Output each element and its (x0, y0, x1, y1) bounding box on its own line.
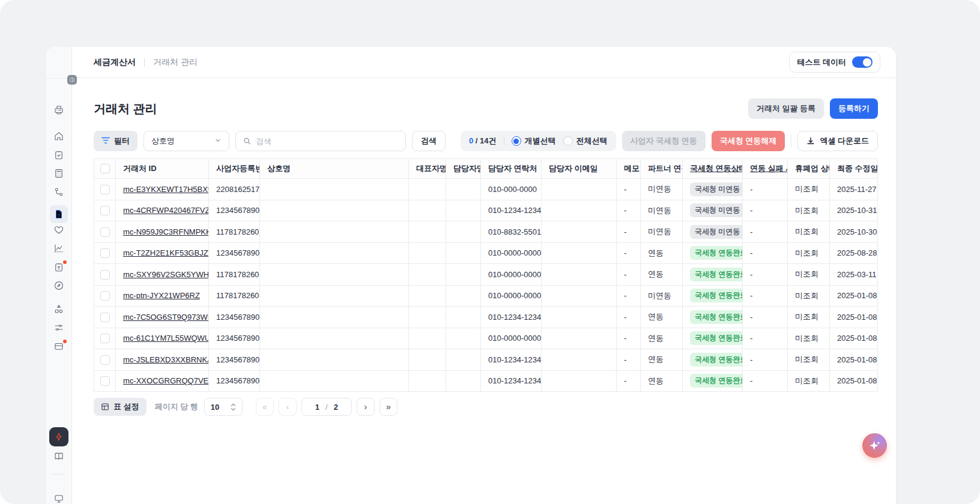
manager-phone: 010-1234-1234 (481, 200, 542, 221)
updated-at: 2025-01-08 (830, 349, 878, 371)
search-input[interactable] (256, 137, 398, 146)
column-header: 담당자 연락처 (481, 159, 542, 179)
manager-email (542, 349, 617, 371)
nts-unlink-button[interactable]: 국세청 연동해제 (712, 131, 785, 151)
client-id-link[interactable]: mc-N959J9C3RFNMPKK6 (123, 227, 209, 236)
nts-link-button: 사업자 국세청 연동 (622, 131, 706, 151)
clipboard-text-icon[interactable] (46, 262, 72, 272)
clipboard-check-icon[interactable] (46, 149, 72, 160)
selected-column: 상호명 (151, 136, 175, 146)
fax-icon[interactable] (46, 104, 72, 115)
sidebar-collapse-toggle[interactable] (67, 75, 77, 85)
search-button[interactable]: 검색 (412, 131, 446, 151)
column-header: 담당자 이메일 (542, 159, 617, 179)
sliders-icon[interactable] (46, 322, 72, 333)
next-page-button[interactable]: › (357, 398, 375, 416)
shapes-icon[interactable] (46, 304, 72, 314)
heart-icon[interactable] (46, 224, 72, 235)
updated-at: 2025-01-08 (830, 328, 878, 349)
row-checkbox[interactable] (100, 227, 110, 237)
client-id-link[interactable]: mc-T2ZH2E1KF53GBJZW (123, 248, 209, 257)
column-header[interactable]: 국세청 연동상태 (683, 159, 743, 179)
client-id-link[interactable]: mc-XXOCGRGRQQ7VE9NM (123, 376, 209, 385)
excel-download-button[interactable]: 엑셀 다운로드 (797, 131, 878, 151)
assistant-fab[interactable] (862, 433, 887, 458)
column-header[interactable]: 연동 실패 사유 (743, 159, 788, 179)
monitor-icon[interactable] (46, 493, 72, 504)
client-id-link[interactable]: mc-JSLEBXD3XXBRNKAD (123, 355, 209, 364)
bulk-register-button[interactable]: 거래처 일괄 등록 (748, 98, 824, 119)
test-data-toggle[interactable]: 테스트 데이터 (789, 52, 880, 73)
updated-at: 2025-01-08 (830, 285, 878, 307)
wallet-icon[interactable] (46, 341, 72, 352)
test-data-label: 테스트 데이터 (797, 57, 846, 68)
biz-registration-number: 1234567890 (209, 370, 260, 392)
lightning-icon[interactable] (49, 427, 68, 446)
filter-button[interactable]: 필터 (94, 131, 138, 151)
last-page-button[interactable]: » (380, 398, 398, 416)
client-id-link[interactable]: mc-E3YKXEWT17H5BX92 (123, 185, 209, 194)
row-checkbox[interactable] (100, 270, 110, 280)
client-id-link[interactable]: mc-ptn-JYX21WP6RZ (123, 291, 200, 300)
closure-status: 미조회 (788, 221, 830, 243)
notification-dot (63, 340, 67, 343)
row-checkbox[interactable] (100, 248, 110, 258)
breadcrumb-root[interactable]: 세금계산서 (94, 57, 136, 68)
row-checkbox[interactable] (100, 206, 110, 215)
ceo-name (409, 200, 446, 221)
manager-name (446, 264, 481, 286)
manager-email (542, 242, 617, 264)
table-body: mc-E3YKXEWT17H5BX92 2208162517 010-000-0… (94, 179, 878, 392)
home-icon[interactable] (46, 131, 72, 142)
table-row: mc-ptn-JYX21WP6RZ 1178178260 010-0000-00… (94, 285, 878, 307)
ceo-name (409, 221, 446, 243)
company-name (260, 328, 409, 349)
manager-name (446, 221, 481, 243)
nts-status-badge: 국세청 미연동 (690, 225, 743, 239)
partner-link-status: 연동 (641, 349, 683, 371)
closure-status: 미조회 (788, 307, 830, 328)
register-button[interactable]: 등록하기 (830, 98, 878, 119)
row-checkbox[interactable] (100, 291, 110, 301)
row-checkbox[interactable] (100, 376, 110, 386)
client-id-link[interactable]: mc-7C5OG6ST9Q973WII (123, 313, 209, 322)
individual-select-radio[interactable]: 개별선택 (512, 136, 556, 146)
document-icon[interactable] (50, 205, 68, 223)
calculator-icon[interactable] (46, 168, 72, 179)
manager-name (446, 370, 481, 392)
company-name (260, 200, 409, 221)
row-checkbox[interactable] (100, 334, 110, 343)
notification-dot (63, 260, 67, 264)
manager-name (446, 349, 481, 371)
manager-email (542, 328, 617, 349)
sparkle-icon (868, 439, 882, 452)
fail-reason: - (743, 370, 788, 392)
all-select-radio[interactable]: 전체선택 (563, 136, 608, 146)
chevron-down-icon (214, 136, 222, 146)
company-name (260, 307, 409, 328)
company-name (260, 179, 409, 200)
column-header: 담당자명 (446, 159, 481, 179)
search-column-select[interactable]: 상호명 (144, 131, 229, 151)
rows-per-page-select[interactable]: 10 (204, 398, 243, 416)
client-id-link[interactable]: mc-SXY96V2SGK5YWH3B (123, 270, 209, 279)
row-checkbox[interactable] (100, 185, 110, 194)
table-row: mc-E3YKXEWT17H5BX92 2208162517 010-000-0… (94, 179, 878, 200)
manager-phone: 010-1234-1234 (481, 370, 542, 392)
biz-registration-number: 1178178260 (209, 221, 260, 243)
row-checkbox[interactable] (100, 355, 110, 365)
workflow-icon[interactable] (46, 187, 72, 197)
select-all-checkbox[interactable] (100, 164, 110, 173)
manager-phone: 010-8832-5501 (481, 221, 542, 243)
nts-status-badge: 국세청 미연동 (690, 203, 743, 217)
book-reader-icon[interactable] (46, 451, 72, 461)
partner-link-status: 미연동 (641, 179, 683, 200)
compass-icon[interactable] (46, 280, 72, 291)
toggle-switch-on[interactable] (852, 56, 873, 68)
memo: - (617, 242, 641, 264)
table-settings-button[interactable]: 표 설정 (94, 398, 147, 416)
client-id-link[interactable]: mc-4CRFWP420467FVZ0 (123, 206, 209, 215)
biz-registration-number: 1234567890 (209, 307, 260, 328)
client-id-link[interactable]: mc-61C1YM7L55WQWUFU (123, 334, 209, 343)
row-checkbox[interactable] (100, 313, 110, 322)
